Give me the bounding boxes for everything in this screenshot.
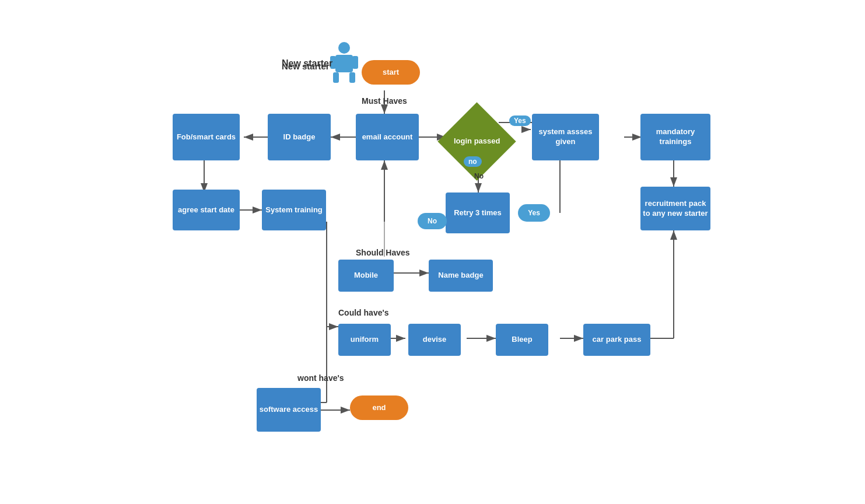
uniform-node: uniform — [338, 324, 391, 356]
arrows-overlay — [0, 0, 865, 504]
system-training-node: System training — [262, 190, 326, 230]
svg-rect-32 — [349, 72, 355, 83]
new-starter-text: New starter — [282, 61, 330, 71]
no2-label: No — [474, 172, 484, 180]
end-node: end — [350, 396, 408, 420]
bleep-node: Bleep — [496, 324, 548, 356]
retry-node: Retry 3 times — [446, 192, 510, 233]
mobile-node: Mobile — [338, 260, 394, 292]
name-badge-node: Name badge — [429, 260, 493, 292]
svg-rect-30 — [335, 55, 353, 72]
id-badge-node: ID badge — [268, 114, 331, 160]
yes1-label: Yes — [509, 116, 531, 126]
should-haves-label: Should Haves — [356, 248, 410, 257]
no3-oval: No — [418, 213, 447, 229]
could-haves-label: Could have's — [338, 308, 389, 317]
flowchart-diagram: New starter start Must Haves email accou… — [0, 0, 865, 504]
start-node: start — [362, 60, 420, 85]
car-park-node: car park pass — [583, 324, 650, 356]
mandatory-trainings-node: mandatory trainings — [640, 114, 710, 160]
recruitment-pack-node: recruitment pack to any new starter — [640, 187, 710, 230]
person-icon — [328, 40, 360, 83]
agree-start-node: agree start date — [173, 190, 240, 230]
wont-haves-label: wont have's — [297, 373, 344, 383]
svg-point-29 — [338, 42, 350, 54]
yes2-oval: Yes — [518, 204, 550, 222]
email-account-node: email account — [356, 114, 419, 160]
svg-rect-34 — [352, 56, 358, 69]
system-assses-node: system assses given — [532, 114, 599, 160]
software-access-node: software access — [257, 388, 321, 432]
svg-rect-31 — [333, 72, 339, 83]
login-passed-diamond: login passed — [437, 102, 516, 180]
fob-smart-node: Fob/smart cards — [173, 114, 240, 160]
must-haves-label: Must Haves — [362, 96, 407, 106]
devise-node: devise — [408, 324, 461, 356]
no1-label: no — [464, 156, 482, 167]
